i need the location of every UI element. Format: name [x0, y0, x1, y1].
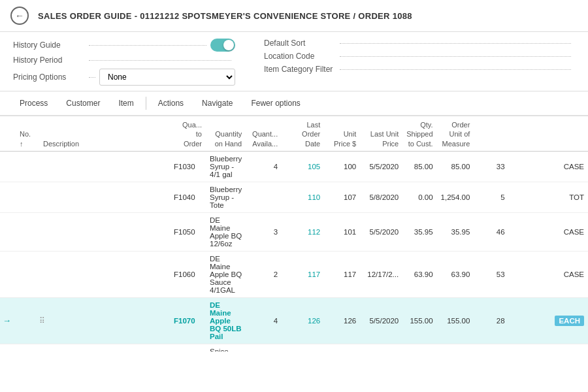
cell-qty-shipped: 33: [474, 151, 508, 182]
history-guide-label: History Guide: [13, 41, 85, 50]
history-period-dots: [89, 60, 231, 61]
history-guide-toggle[interactable]: [210, 39, 235, 52]
cell-qty-avail: 107: [324, 182, 360, 212]
table-container: No. ↑ Description Qua...toOrder Quantity…: [0, 116, 588, 351]
cell-last-price: 85.00: [437, 151, 474, 182]
tab-customer[interactable]: Customer: [57, 91, 109, 116]
tab-navigate[interactable]: Navigate: [193, 91, 242, 116]
cell-qty-order: 4: [246, 297, 282, 344]
default-sort-filter: Default Sort: [264, 39, 575, 48]
cell-desc: DE Maine Apple BQ 12/6oz: [206, 212, 246, 251]
cell-desc: Blueberry Syrup - 4/1 gal: [206, 151, 246, 182]
cell-uom: CASE: [509, 251, 588, 297]
cell-desc: DE Maine Apple BQ 50LB Pail: [206, 297, 246, 344]
cell-uom: CASE: [509, 151, 588, 182]
toggle-knob: [223, 40, 234, 50]
cell-qty-avail: 101: [324, 212, 360, 251]
col-desc[interactable]: Description: [39, 116, 170, 151]
row-drag[interactable]: ⠿: [39, 297, 170, 344]
item-category-label: Item Category Filter: [264, 65, 336, 74]
cell-last-order: 12/17/2...: [360, 251, 402, 297]
row-drag[interactable]: [39, 344, 170, 351]
cell-desc: Blueberry Syrup - Tote: [206, 182, 246, 212]
row-drag[interactable]: [39, 151, 170, 182]
cell-qty-avail: 100: [324, 151, 360, 182]
page-title: SALES ORDER GUIDE - 01121212 SPOTSMEYER'…: [38, 11, 412, 21]
cell-qty-shipped: 28: [474, 297, 508, 344]
cell-unit-price: 0.00: [402, 344, 436, 351]
cell-last-price: [437, 344, 474, 351]
pricing-options-filter: Pricing Options None: [13, 69, 235, 86]
default-sort-label: Default Sort: [264, 39, 336, 48]
cell-qty-order: 4: [246, 151, 282, 182]
col-last-price[interactable]: Last UnitPrice: [360, 116, 402, 151]
back-button[interactable]: ←: [10, 7, 29, 25]
history-period-filter: History Period: [13, 56, 235, 65]
pricing-options-label: Pricing Options: [13, 73, 85, 82]
tab-item[interactable]: Item: [109, 91, 142, 116]
cell-qty-order: 3: [246, 212, 282, 251]
col-qty-order[interactable]: Qua...toOrder: [170, 116, 206, 151]
cell-qty-hand: 116: [282, 344, 324, 351]
location-code-filter: Location Code: [264, 52, 575, 61]
cell-no: F1050: [170, 212, 206, 251]
col-qty-hand[interactable]: Quantityon Hand: [206, 116, 246, 151]
cell-last-price: 63.90: [437, 251, 474, 297]
cell-desc: Spice Blend, 5lb: [206, 344, 246, 351]
cell-qty-shipped: 5: [474, 182, 508, 212]
location-code-label: Location Code: [264, 52, 336, 61]
cell-qty-hand: 110: [282, 182, 324, 212]
tab-fewer-options[interactable]: Fewer options: [242, 91, 309, 116]
row-drag[interactable]: [39, 251, 170, 297]
row-arrow: [0, 151, 39, 182]
cell-qty-shipped: 46: [474, 212, 508, 251]
pricing-options-dots: [89, 77, 95, 78]
table-row[interactable]: → ⠿ F1070 DE Maine Apple BQ 50LB Pail 4 …: [0, 297, 588, 344]
col-no[interactable]: No. ↑: [0, 116, 39, 151]
row-arrow: [0, 344, 39, 351]
cell-last-price: 155.00: [437, 297, 474, 344]
row-drag[interactable]: [39, 212, 170, 251]
history-guide-dots: [89, 45, 206, 46]
cell-last-order: 5/5/2020: [360, 151, 402, 182]
table-row[interactable]: F1050 DE Maine Apple BQ 12/6oz 3 112 101…: [0, 212, 588, 251]
table-row[interactable]: F1030 Blueberry Syrup - 4/1 gal 4 105 10…: [0, 151, 588, 182]
tab-actions[interactable]: Actions: [149, 91, 193, 116]
row-arrow: [0, 212, 39, 251]
item-category-filter: Item Category Filter: [264, 65, 575, 74]
cell-qty-hand: 126: [282, 297, 324, 344]
cell-no: F1030: [170, 151, 206, 182]
cell-qty-order: [246, 344, 282, 351]
table-row[interactable]: F1080 Spice Blend, 5lb 116 116 0.00 — BA…: [0, 344, 588, 351]
col-qty-shipped[interactable]: Qty.Shippedto Cust.: [402, 116, 436, 151]
history-period-label: History Period: [13, 56, 85, 65]
pricing-options-select[interactable]: None: [99, 69, 235, 86]
row-arrow: [0, 251, 39, 297]
cell-unit-price: 35.95: [402, 212, 436, 251]
row-arrow: →: [0, 297, 39, 344]
item-category-dots: [340, 69, 571, 70]
tab-process[interactable]: Process: [10, 91, 57, 116]
cell-qty-hand: 112: [282, 212, 324, 251]
table-row[interactable]: F1040 Blueberry Syrup - Tote 110 107 5/8…: [0, 182, 588, 212]
toolbar-separator: [146, 97, 146, 110]
default-sort-dots: [340, 43, 571, 44]
cell-last-price: 35.95: [437, 212, 474, 251]
cell-no: F1070: [170, 297, 206, 344]
cell-last-order: [360, 344, 402, 351]
cell-no: F1080: [170, 344, 206, 351]
row-arrow: [0, 182, 39, 212]
toolbar: Process Customer Item Actions Navigate F…: [0, 91, 588, 116]
cell-qty-shipped: 53: [474, 251, 508, 297]
cell-last-order: 5/8/2020: [360, 182, 402, 212]
col-last-order[interactable]: LastOrderDate: [282, 116, 324, 151]
cell-last-price: 1,254.00: [437, 182, 474, 212]
table-row[interactable]: F1060 DE Maine Apple BQ Sauce 4/1GAL 2 1…: [0, 251, 588, 297]
filters-section: History Guide History Period Pricing Opt…: [0, 32, 588, 91]
col-uom[interactable]: OrderUnit ofMeasure: [437, 116, 474, 151]
cell-desc: DE Maine Apple BQ Sauce 4/1GAL: [206, 251, 246, 297]
col-qty-avail[interactable]: Quant...Availa...: [246, 116, 282, 151]
row-drag[interactable]: [39, 182, 170, 212]
col-unit-price[interactable]: UnitPrice $: [324, 116, 360, 151]
cell-qty-hand: 117: [282, 251, 324, 297]
